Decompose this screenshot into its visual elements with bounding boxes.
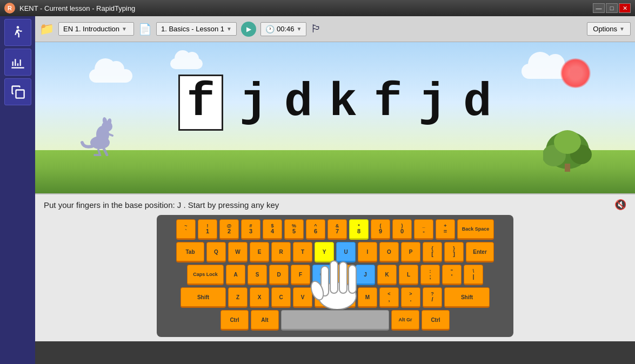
keyboard-row-4: Shift Z X C V B N M <, >. ?/ Shift	[161, 287, 509, 308]
folder-icon: 📁	[39, 22, 54, 36]
window-controls: — □ ✕	[593, 3, 631, 13]
clock-icon: 🕐	[265, 25, 275, 33]
course-dropdown-arrow: ▼	[122, 26, 127, 32]
key-2[interactable]: @2	[219, 219, 239, 240]
key-7[interactable]: &7	[327, 219, 347, 240]
key-y[interactable]: Y	[315, 242, 334, 262]
key-k[interactable]: K	[377, 265, 397, 285]
key-alt-gr[interactable]: Alt Gr	[391, 310, 419, 331]
key-8[interactable]: *8	[349, 219, 369, 240]
key-semicolon[interactable]: :;	[420, 265, 440, 285]
key-shift-right[interactable]: Shift	[444, 287, 490, 308]
sidebar-chart-button[interactable]	[4, 49, 31, 76]
sidebar-walk-button[interactable]	[4, 19, 31, 46]
key-r[interactable]: R	[271, 242, 291, 262]
play-button[interactable]	[241, 22, 256, 37]
scene-background: f j d k f j d	[35, 42, 635, 193]
key-shift-left[interactable]: Shift	[181, 287, 226, 308]
key-tab[interactable]: Tab	[176, 242, 204, 262]
main-window: 📁 EN 1. Introduction ▼ 📄 1. Basics - Les…	[0, 16, 635, 364]
instruction-bar: Put your fingers in the base position: J…	[44, 199, 626, 211]
sidebar-copy-button[interactable]	[4, 78, 31, 105]
key-capslock[interactable]: Caps Lock	[187, 265, 224, 285]
key-f[interactable]: F	[291, 265, 310, 285]
key-ctrl-left[interactable]: Ctrl	[220, 310, 249, 331]
svg-point-0	[16, 26, 19, 29]
close-button[interactable]: ✕	[619, 3, 631, 13]
key-o[interactable]: O	[379, 242, 399, 262]
key-v[interactable]: V	[293, 287, 312, 308]
key-b[interactable]: B	[315, 287, 334, 308]
sidebar	[0, 16, 35, 364]
options-button[interactable]: Options ▼	[587, 22, 631, 36]
options-label: Options	[593, 25, 617, 33]
letters-display: f j d k f j d	[35, 75, 635, 131]
flag-icon: 🏳	[311, 23, 322, 35]
key-space[interactable]	[281, 310, 389, 331]
key-backspace[interactable]: Back Space	[457, 219, 494, 240]
key-h[interactable]: H	[334, 265, 353, 285]
key-rbracket[interactable]: }]	[444, 242, 464, 262]
key-i[interactable]: I	[358, 242, 377, 262]
key-ctrl-right[interactable]: Ctrl	[422, 310, 450, 331]
key-l[interactable]: L	[399, 265, 418, 285]
key-lbracket[interactable]: {[	[423, 242, 442, 262]
key-g[interactable]: G	[312, 265, 332, 285]
key-m[interactable]: M	[358, 287, 377, 308]
cloud-2	[170, 58, 203, 69]
kangaroo-decoration	[76, 107, 119, 164]
letter-6: d	[463, 79, 492, 126]
letter-active: f	[178, 75, 223, 131]
key-c[interactable]: C	[271, 287, 291, 308]
keyboard-row-3: Caps Lock A S D F G	[161, 265, 509, 285]
letter-5: j	[418, 79, 447, 126]
key-4[interactable]: $4	[263, 219, 282, 240]
keyboard-row-1: ~` !1 @2 #3 $4 %5 ^6 &7 *8 (9 )0 _- += B…	[161, 219, 509, 240]
letter-3: k	[329, 79, 358, 126]
key-alt-left[interactable]: Alt	[251, 310, 279, 331]
key-comma[interactable]: <,	[379, 287, 399, 308]
key-e[interactable]: E	[250, 242, 269, 262]
svg-point-10	[554, 130, 581, 154]
lesson-dropdown[interactable]: 1. Basics - Lesson 1 ▼	[156, 22, 237, 36]
key-0[interactable]: )0	[392, 219, 412, 240]
key-z[interactable]: Z	[228, 287, 248, 308]
key-n[interactable]: N	[336, 287, 356, 308]
time-dropdown-arrow: ▼	[297, 26, 302, 32]
key-s[interactable]: S	[248, 265, 267, 285]
sound-icon[interactable]: 🔇	[614, 199, 626, 211]
walk-icon	[10, 25, 25, 40]
key-3[interactable]: #3	[241, 219, 260, 240]
key-slash[interactable]: ?/	[423, 287, 442, 308]
timer-display[interactable]: 🕐 00:46 ▼	[260, 22, 306, 36]
content-area: 📁 EN 1. Introduction ▼ 📄 1. Basics - Les…	[35, 16, 635, 364]
key-6[interactable]: ^6	[306, 219, 325, 240]
key-minus[interactable]: _-	[414, 219, 433, 240]
key-tilde[interactable]: ~`	[176, 219, 196, 240]
course-dropdown[interactable]: EN 1. Introduction ▼	[58, 22, 134, 36]
letter-2: d	[284, 79, 313, 126]
lesson-label: 1. Basics - Lesson 1	[161, 25, 224, 33]
key-q[interactable]: Q	[206, 242, 226, 262]
key-w[interactable]: W	[228, 242, 248, 262]
key-backslash[interactable]: \|	[464, 265, 483, 285]
maximize-button[interactable]: □	[606, 3, 618, 13]
key-u[interactable]: U	[336, 242, 356, 262]
key-enter[interactable]: Enter	[466, 242, 494, 262]
key-a[interactable]: A	[226, 265, 245, 285]
typing-scene: f j d k f j d	[35, 42, 635, 193]
key-t[interactable]: T	[293, 242, 312, 262]
instruction-text: Put your fingers in the base position: J…	[44, 200, 279, 210]
key-d[interactable]: D	[269, 265, 289, 285]
key-period[interactable]: >.	[401, 287, 420, 308]
minimize-button[interactable]: —	[593, 3, 605, 13]
key-x[interactable]: X	[250, 287, 269, 308]
key-5[interactable]: %5	[284, 219, 304, 240]
options-dropdown-arrow: ▼	[619, 26, 625, 32]
key-j[interactable]: J	[356, 265, 375, 285]
key-9[interactable]: (9	[371, 219, 390, 240]
key-p[interactable]: P	[401, 242, 420, 262]
key-1[interactable]: !1	[198, 219, 217, 240]
key-quote[interactable]: "'	[442, 265, 462, 285]
key-equals[interactable]: +=	[436, 219, 455, 240]
